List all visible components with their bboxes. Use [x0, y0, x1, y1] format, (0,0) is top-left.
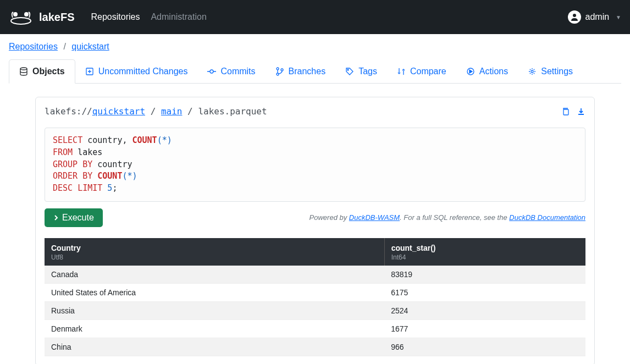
- nav-repositories[interactable]: Repositories: [91, 12, 140, 22]
- svg-point-12: [531, 70, 533, 73]
- compare-icon: [397, 67, 406, 76]
- tab-tags-label: Tags: [358, 67, 377, 76]
- powered-by: Powered by DuckDB-WASM. For a full SQL r…: [310, 213, 585, 222]
- duckdb-docs-link[interactable]: DuckDB Documentation: [509, 213, 585, 222]
- tab-actions[interactable]: Actions: [456, 59, 518, 83]
- chevron-right-icon: [53, 214, 59, 221]
- breadcrumb: Repositories / quickstart: [0, 34, 630, 59]
- tab-commits[interactable]: Commits: [197, 59, 265, 83]
- path-file: lakes.parquet: [198, 106, 267, 117]
- tabs: Objects Uncommitted Changes Commits Bran…: [9, 59, 621, 84]
- cell-count: 83819: [384, 266, 585, 284]
- chevron-down-icon: ▼: [616, 14, 621, 20]
- tab-branches[interactable]: Branches: [266, 59, 336, 83]
- diff-icon: [85, 67, 94, 76]
- table-row: Canada83819: [45, 266, 585, 284]
- svg-point-2: [25, 13, 28, 16]
- avatar-icon: [568, 10, 581, 24]
- brand-text: lakeFS: [39, 11, 74, 24]
- path-repo-link[interactable]: quickstart: [92, 106, 145, 117]
- username: admin: [585, 12, 610, 22]
- cell-country: United States of America: [45, 283, 384, 301]
- duckdb-wasm-link[interactable]: DuckDB-WASM: [349, 213, 400, 222]
- tab-settings[interactable]: Settings: [518, 59, 583, 83]
- svg-point-4: [20, 68, 27, 70]
- execute-label: Execute: [62, 213, 94, 223]
- svg-point-6: [210, 70, 213, 73]
- nav-administration[interactable]: Administration: [151, 12, 206, 22]
- cell-count: 2524: [384, 301, 585, 319]
- svg-point-8: [277, 73, 279, 75]
- breadcrumb-repo[interactable]: quickstart: [71, 42, 109, 51]
- results-table: Country Utf8 count_star() Int64 Canada83…: [45, 238, 585, 356]
- tag-icon: [345, 67, 354, 76]
- cell-country: China: [45, 338, 384, 356]
- user-menu[interactable]: admin ▼: [568, 10, 621, 24]
- svg-point-9: [281, 69, 283, 71]
- tab-compare-label: Compare: [410, 67, 446, 76]
- tab-commits-label: Commits: [220, 67, 255, 76]
- path-branch-link[interactable]: main: [161, 106, 183, 117]
- svg-point-7: [277, 68, 279, 70]
- tab-uncommitted[interactable]: Uncommitted Changes: [75, 59, 198, 83]
- tab-settings-label: Settings: [541, 67, 573, 76]
- lakefs-logo-icon: [9, 9, 34, 25]
- col-header-count: count_star() Int64: [384, 238, 585, 266]
- database-icon: [19, 67, 28, 76]
- breadcrumb-repositories[interactable]: Repositories: [9, 42, 58, 51]
- cell-country: Denmark: [45, 319, 384, 338]
- tab-branches-label: Branches: [289, 67, 326, 76]
- cell-count: 6175: [384, 283, 585, 301]
- object-panel: lakefs://quickstart / main / lakes.parqu…: [35, 97, 595, 364]
- tab-actions-label: Actions: [479, 67, 508, 76]
- brand-logo[interactable]: lakeFS: [9, 9, 74, 25]
- svg-point-1: [14, 13, 17, 16]
- path-scheme: lakefs://: [45, 106, 92, 117]
- tab-uncommitted-label: Uncommitted Changes: [98, 67, 188, 76]
- table-row: Russia2524: [45, 301, 585, 319]
- object-path: lakefs://quickstart / main / lakes.parqu…: [45, 106, 267, 117]
- table-row: China966: [45, 338, 585, 356]
- branch-icon: [275, 67, 284, 76]
- tab-compare[interactable]: Compare: [387, 59, 456, 83]
- copy-icon[interactable]: [561, 107, 570, 116]
- svg-point-0: [11, 18, 31, 24]
- tab-objects-label: Objects: [32, 67, 65, 76]
- col-header-country: Country Utf8: [45, 238, 384, 266]
- commit-icon: [207, 67, 216, 76]
- table-row: United States of America6175: [45, 283, 585, 301]
- execute-button[interactable]: Execute: [45, 208, 103, 227]
- cell-count: 1677: [384, 319, 585, 338]
- cell-country: Russia: [45, 301, 384, 319]
- svg-rect-13: [563, 109, 568, 115]
- navbar: lakeFS Repositories Administration admin…: [0, 0, 630, 34]
- tab-objects[interactable]: Objects: [9, 59, 75, 84]
- svg-point-10: [347, 69, 349, 70]
- tab-tags[interactable]: Tags: [335, 59, 387, 83]
- cell-country: Canada: [45, 266, 384, 284]
- sql-editor[interactable]: SELECT country, COUNT(*) FROM lakes GROU…: [45, 128, 585, 202]
- play-circle-icon: [466, 67, 475, 76]
- breadcrumb-sep: /: [63, 42, 65, 51]
- download-icon[interactable]: [577, 107, 585, 116]
- gear-icon: [528, 67, 537, 76]
- cell-count: 966: [384, 338, 585, 356]
- table-row: Denmark1677: [45, 319, 585, 338]
- svg-point-3: [573, 14, 576, 17]
